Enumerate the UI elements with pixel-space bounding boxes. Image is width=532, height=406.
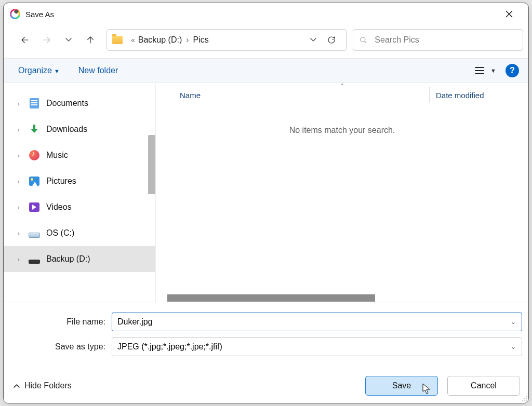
chevron-right-icon: › <box>15 255 22 263</box>
chevron-right-icon: › <box>15 204 22 211</box>
save-as-dialog: Save As « Backup (D:) › Pics <box>3 3 529 403</box>
dialog-title: Save As <box>25 10 54 19</box>
sidebar-item-documents[interactable]: › Documents <box>4 90 155 116</box>
file-list-pane: ˄ Name Date modified No items match your… <box>155 83 528 302</box>
arrow-left-icon <box>20 35 30 45</box>
sidebar-item-label: Music <box>46 151 68 160</box>
view-options-button[interactable] <box>471 66 488 75</box>
list-view-icon <box>474 66 485 75</box>
column-header-date[interactable]: Date modified <box>430 91 528 100</box>
new-folder-label: New folder <box>78 66 118 75</box>
downloads-icon <box>29 124 40 135</box>
refresh-icon <box>327 35 336 45</box>
save-type-value: JPEG (*.jpg;*.jpeg;*.jpe;*.jfif) <box>117 342 222 351</box>
sidebar-item-label: Downloads <box>46 125 87 134</box>
action-row: Hide Folders Save Cancel <box>10 376 522 396</box>
sidebar-item-downloads[interactable]: › Downloads <box>4 116 155 142</box>
folder-icon <box>112 36 123 44</box>
file-name-label: File name: <box>10 317 112 327</box>
up-button[interactable] <box>81 30 100 50</box>
sidebar-item-os-drive[interactable]: › OS (C:) <box>4 220 155 246</box>
chevron-down-icon <box>310 36 317 44</box>
arrow-up-icon <box>86 35 95 45</box>
paint-app-icon <box>10 9 20 19</box>
file-name-row: File name: ⌄ <box>10 313 522 331</box>
cancel-button[interactable]: Cancel <box>447 376 520 396</box>
sidebar-item-videos[interactable]: › Videos <box>4 194 155 220</box>
new-folder-button[interactable]: New folder <box>78 66 118 75</box>
chevron-down-icon <box>65 36 72 44</box>
sidebar-scrollbar[interactable] <box>148 135 155 194</box>
sidebar-item-label: Pictures <box>46 177 76 186</box>
close-icon <box>506 10 513 18</box>
drive-icon <box>29 227 40 239</box>
chevron-right-icon: › <box>15 229 22 237</box>
body-area: › Documents › Downloads › Music › Pictur… <box>4 83 528 302</box>
toolbar: Organize ▼ New folder ▼ ? <box>4 58 528 83</box>
pictures-icon <box>29 175 40 187</box>
sidebar-item-label: OS (C:) <box>46 228 74 238</box>
breadcrumb-drive[interactable]: Backup (D:) <box>138 35 182 45</box>
chevron-right-icon: › <box>15 100 22 107</box>
arrow-right-icon <box>42 35 51 45</box>
organize-label: Organize <box>18 66 52 75</box>
recent-locations-button[interactable] <box>59 30 78 50</box>
breadcrumb-folder[interactable]: Pics <box>193 35 209 45</box>
save-button[interactable]: Save <box>365 376 438 396</box>
breadcrumb-separator-icon: › <box>186 35 189 45</box>
hide-folders-label: Hide Folders <box>24 381 72 390</box>
help-button[interactable]: ? <box>506 64 519 77</box>
help-icon: ? <box>510 66 515 75</box>
documents-icon <box>29 98 40 109</box>
sort-indicator-icon: ˄ <box>341 83 344 90</box>
cancel-button-label: Cancel <box>471 381 497 390</box>
bottom-panel: File name: ⌄ Save as type: JPEG (*.jpg;*… <box>4 302 528 403</box>
chevron-up-icon <box>13 382 20 389</box>
address-bar[interactable]: « Backup (D:) › Pics <box>107 29 347 51</box>
hide-folders-button[interactable]: Hide Folders <box>13 381 72 390</box>
sidebar: › Documents › Downloads › Music › Pictur… <box>4 83 155 302</box>
resize-grip[interactable] <box>520 395 527 402</box>
horizontal-scrollbar[interactable] <box>167 294 375 302</box>
view-dropdown-button[interactable]: ▼ <box>490 67 496 74</box>
sidebar-item-backup-drive[interactable]: › Backup (D:) <box>4 246 155 272</box>
refresh-button[interactable] <box>321 35 342 45</box>
chevron-right-icon: › <box>15 126 22 133</box>
file-list[interactable]: No items match your search. <box>156 104 528 302</box>
music-icon <box>29 150 40 161</box>
breadcrumb-overflow[interactable]: « <box>131 36 135 44</box>
sidebar-item-label: Backup (D:) <box>46 254 90 264</box>
sidebar-item-label: Documents <box>46 99 88 108</box>
save-type-label: Save as type: <box>10 342 112 351</box>
videos-icon <box>29 201 40 213</box>
save-button-label: Save <box>392 381 411 390</box>
save-type-select[interactable]: JPEG (*.jpg;*.jpeg;*.jpe;*.jfif) <box>112 337 522 356</box>
drive-icon <box>29 253 40 265</box>
address-dropdown-button[interactable] <box>305 36 321 44</box>
search-input[interactable] <box>375 35 516 45</box>
file-name-input[interactable] <box>112 313 522 331</box>
empty-message: No items match your search. <box>156 126 528 135</box>
nav-bar: « Backup (D:) › Pics <box>4 26 528 58</box>
chevron-right-icon: › <box>15 152 22 159</box>
title-bar: Save As <box>4 3 528 26</box>
organize-menu[interactable]: Organize ▼ <box>18 66 60 75</box>
sidebar-item-music[interactable]: › Music <box>4 142 155 168</box>
save-type-row: Save as type: JPEG (*.jpg;*.jpeg;*.jpe;*… <box>10 337 522 356</box>
search-box[interactable] <box>353 29 523 51</box>
column-header-name[interactable]: Name <box>156 91 429 100</box>
sidebar-item-pictures[interactable]: › Pictures <box>4 168 155 194</box>
back-button[interactable] <box>15 30 35 50</box>
forward-button[interactable] <box>37 30 57 50</box>
sidebar-item-label: Videos <box>46 202 72 212</box>
caret-down-icon: ▼ <box>54 68 60 74</box>
close-button[interactable] <box>497 6 521 22</box>
chevron-right-icon: › <box>15 178 22 185</box>
search-icon <box>360 36 367 45</box>
